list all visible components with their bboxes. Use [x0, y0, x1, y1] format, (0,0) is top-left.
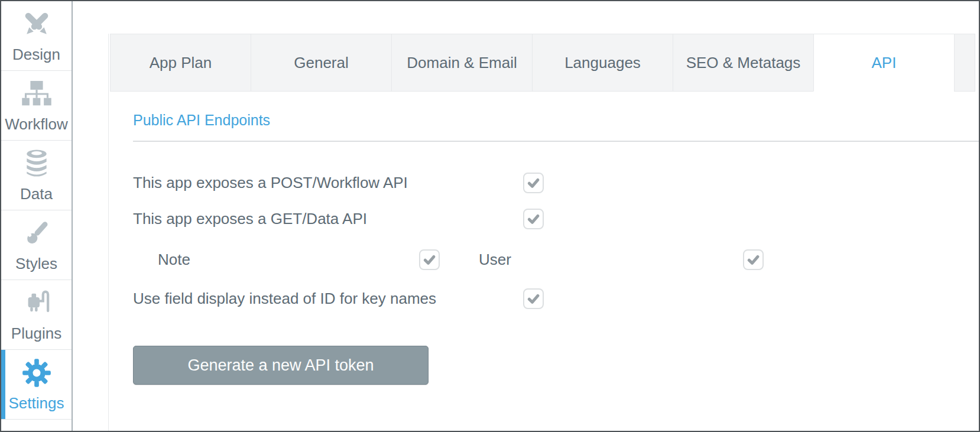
- check-icon: [525, 291, 541, 307]
- generate-api-token-button[interactable]: Generate a new API token: [133, 346, 429, 385]
- check-icon: [525, 211, 541, 227]
- sidebar-item-plugins[interactable]: Plugins: [1, 280, 72, 350]
- user-type-checkbox[interactable]: [743, 249, 764, 270]
- sidebar-item-data[interactable]: Data: [1, 141, 72, 210]
- tab-languages[interactable]: Languages: [532, 34, 673, 92]
- field-display-checkbox[interactable]: [523, 288, 544, 309]
- sidebar-item-label: Workflow: [5, 115, 67, 134]
- tab-api[interactable]: API: [813, 34, 955, 92]
- settings-panel: App Plan General Domain & Email Language…: [108, 34, 979, 431]
- sidebar-item-label: Styles: [15, 255, 57, 273]
- sidebar-item-settings[interactable]: Settings: [1, 350, 72, 420]
- tab-domain-email[interactable]: Domain & Email: [391, 34, 533, 92]
- get-data-api-label: This app exposes a GET/Data API: [133, 210, 523, 228]
- field-display-label: Use field display instead of ID for key …: [133, 290, 523, 308]
- main-area: App Plan General Domain & Email Language…: [73, 1, 979, 431]
- tab-general[interactable]: General: [251, 34, 392, 92]
- workflow-sitemap-icon: [21, 78, 53, 110]
- sidebar-item-design[interactable]: Design: [1, 1, 72, 71]
- check-icon: [525, 175, 541, 191]
- data-types-row: Note User: [133, 249, 979, 270]
- sidebar-item-label: Data: [20, 185, 53, 203]
- tab-seo-metatags[interactable]: SEO & Metatags: [673, 34, 814, 92]
- tab-label: Languages: [564, 54, 641, 72]
- sidebar-next-item-partial: [1, 420, 72, 431]
- sidebar-item-workflow[interactable]: Workflow: [1, 71, 72, 141]
- sidebar-item-label: Plugins: [11, 324, 61, 343]
- section-divider: [133, 141, 979, 142]
- get-data-api-checkbox[interactable]: [523, 209, 544, 229]
- tab-label: Domain & Email: [407, 54, 517, 72]
- settings-tabs: App Plan General Domain & Email Language…: [109, 34, 979, 92]
- app-window: Design Workflow: [0, 0, 980, 432]
- check-icon: [745, 252, 761, 268]
- database-icon: [21, 148, 53, 180]
- paintbrush-icon: [21, 217, 53, 249]
- field-display-row: Use field display instead of ID for key …: [133, 288, 979, 309]
- design-tools-icon: [21, 8, 53, 40]
- sidebar-item-label: Settings: [9, 394, 64, 412]
- tab-next-partial: [954, 34, 975, 92]
- note-type-label: Note: [158, 251, 419, 269]
- check-icon: [421, 252, 437, 268]
- get-data-api-row: This app exposes a GET/Data API: [133, 209, 979, 229]
- sidebar-item-styles[interactable]: Styles: [1, 210, 72, 280]
- gear-icon: [21, 357, 53, 389]
- sidebar-item-label: Design: [12, 46, 60, 64]
- post-workflow-api-checkbox[interactable]: [523, 173, 544, 193]
- page-title: Public API Endpoints: [133, 111, 979, 130]
- tab-app-plan[interactable]: App Plan: [110, 34, 251, 92]
- tab-label: App Plan: [150, 54, 212, 72]
- tab-label: General: [294, 54, 349, 72]
- user-type-label: User: [479, 251, 743, 269]
- api-tab-content: Public API Endpoints This app exposes a …: [109, 92, 979, 431]
- note-type-checkbox[interactable]: [419, 249, 440, 270]
- plug-icon: [21, 287, 53, 319]
- tab-label: SEO & Metatags: [686, 54, 801, 72]
- sidebar: Design Workflow: [1, 1, 73, 431]
- tab-label: API: [872, 54, 897, 72]
- post-workflow-api-label: This app exposes a POST/Workflow API: [133, 174, 523, 192]
- post-workflow-api-row: This app exposes a POST/Workflow API: [133, 173, 979, 193]
